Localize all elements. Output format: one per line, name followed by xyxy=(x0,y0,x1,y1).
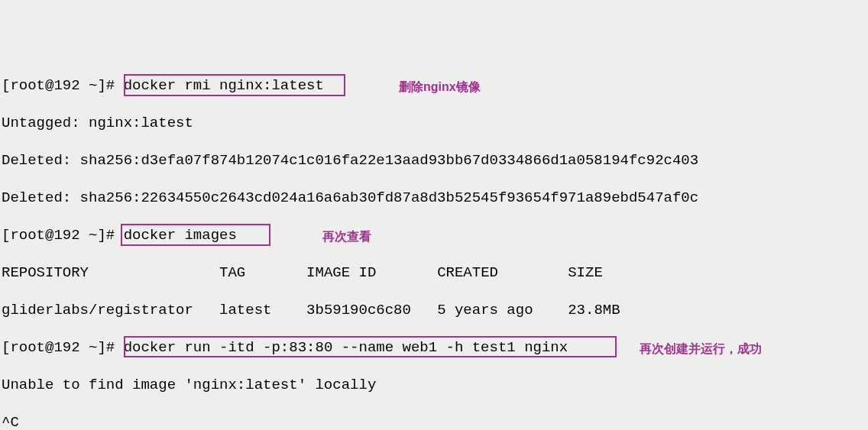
td-created: 5 years ago xyxy=(437,302,533,318)
td-size: 23.8MB xyxy=(568,302,620,318)
annotation-rerun-success: 再次创建并运行，成功 xyxy=(640,340,762,359)
prompt: [root@192 ~]# xyxy=(2,227,124,244)
line-cmd-images: [root@192 ~]# docker images再次查看 xyxy=(2,226,866,245)
th-tag: TAG xyxy=(219,264,245,281)
annotation-recheck: 再次查看 xyxy=(322,228,371,247)
th-size: SIZE xyxy=(568,264,603,281)
out-untagged: Untagged: nginx:latest xyxy=(2,114,866,133)
cmd-images: docker images xyxy=(124,227,237,244)
prompt: [root@192 ~]# xyxy=(2,339,124,356)
out-unable-1: Unable to find image 'nginx:latest' loca… xyxy=(2,376,866,395)
table-row: gliderlabs/registrator latest 3b59190c6c… xyxy=(2,301,866,320)
table-header: REPOSITORY TAG IMAGE ID CREATED SIZE xyxy=(2,263,866,283)
th-imageid: IMAGE ID xyxy=(306,264,376,281)
cmd-rmi: docker rmi nginx:latest xyxy=(124,77,324,94)
cmd-run-1: docker run -itd -p:83:80 --name web1 -h … xyxy=(124,339,568,356)
line-cmd-rmi: [root@192 ~]# docker rmi nginx:latest删除n… xyxy=(2,76,866,95)
th-created: CREATED xyxy=(437,264,498,281)
td-imageid: 3b59190c6c80 xyxy=(306,302,411,318)
th-repo: REPOSITORY xyxy=(2,264,89,281)
line-cmd-run-1: [root@192 ~]# docker run -itd -p:83:80 -… xyxy=(2,338,866,357)
td-tag: latest xyxy=(219,302,271,318)
out-ctrl-c: ^C xyxy=(2,413,866,430)
td-repo: gliderlabs/registrator xyxy=(2,302,193,318)
annotation-delete-image: 删除nginx镜像 xyxy=(399,78,481,97)
out-deleted-1: Deleted: sha256:d3efa07f874b12074c1c016f… xyxy=(2,151,866,170)
prompt: [root@192 ~]# xyxy=(2,77,124,94)
out-deleted-2: Deleted: sha256:22634550c2643cd024a16a6a… xyxy=(2,189,866,208)
